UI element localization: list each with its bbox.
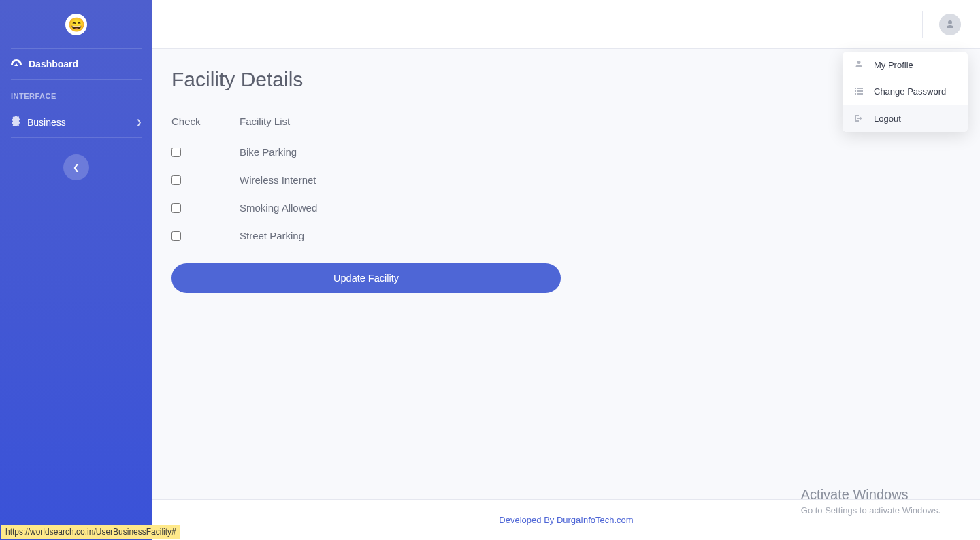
menu-my-profile-label: My Profile [874,60,913,70]
sidebar-collapse-button[interactable]: ❮ [63,154,89,180]
chevron-right-icon: ❯ [136,118,142,126]
facility-checkbox[interactable] [172,203,181,213]
col-check-header: Check [172,116,240,127]
sidebar: 😄 Dashboard INTERFACE Business ❯ ❮ [0,0,152,540]
topbar [152,0,980,49]
table-row: Wireless Internet [172,166,961,194]
chevron-left-icon: ❮ [73,163,80,172]
facility-checkbox[interactable] [172,148,181,157]
table-row: Bike Parking [172,138,961,166]
menu-my-profile[interactable]: My Profile [843,52,968,78]
topbar-divider [922,11,923,38]
menu-logout[interactable]: Logout [843,105,968,132]
update-facility-button[interactable]: Update Facility [172,263,561,293]
logout-icon [855,114,864,124]
menu-change-password[interactable]: Change Password [843,78,968,105]
facility-name: Wireless Internet [240,174,961,186]
table-row: Street Parking [172,222,961,250]
dashboard-icon [11,58,22,69]
user-avatar[interactable] [939,14,961,35]
menu-logout-label: Logout [874,114,901,124]
nav-dashboard[interactable]: Dashboard [0,49,152,79]
nav-business[interactable]: Business ❯ [0,107,152,137]
menu-change-password-label: Change Password [874,86,946,97]
section-label: INTERFACE [0,80,152,107]
nav-business-label: Business [27,117,66,128]
table-row: Smoking Allowed [172,194,961,222]
watermark-title: Activate Windows [801,487,941,503]
user-dropdown: My Profile Change Password Logout [843,52,968,132]
gear-icon [11,116,20,128]
logo-area: 😄 [11,0,142,49]
facility-checkbox[interactable] [172,231,181,241]
nav-dashboard-label: Dashboard [29,58,78,69]
facility-checkbox[interactable] [172,175,181,185]
windows-watermark: Activate Windows Go to Settings to activ… [801,487,941,516]
facility-name: Street Parking [240,230,961,241]
divider [11,137,142,138]
facility-name: Smoking Allowed [240,202,961,214]
watermark-sub: Go to Settings to activate Windows. [801,505,941,516]
list-icon [855,87,864,97]
status-url: https://worldsearch.co.in/UserBusinessFa… [1,525,180,539]
logo-icon: 😄 [65,14,87,35]
user-icon [855,60,864,70]
footer-text[interactable]: Developed By DurgaInfoTech.com [499,515,633,525]
facility-name: Bike Parking [240,146,961,158]
